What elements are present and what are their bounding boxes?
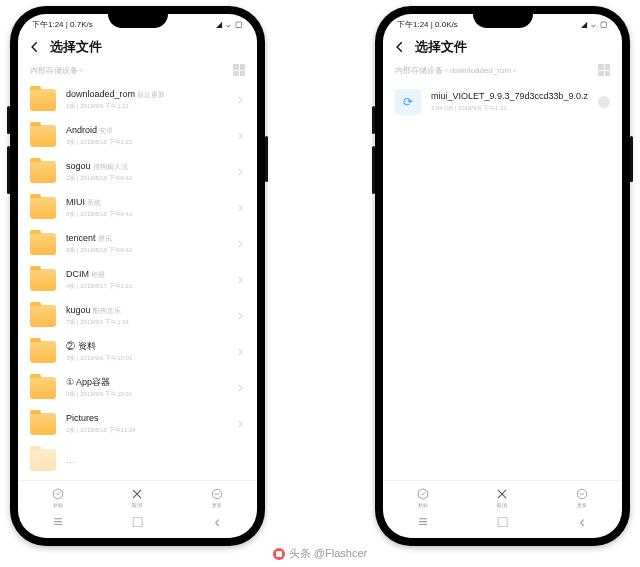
chevron-right-icon bbox=[235, 379, 245, 397]
nav-back[interactable]: ‹ bbox=[209, 514, 225, 530]
folder-icon bbox=[30, 413, 56, 435]
battery-icon: ▢ bbox=[235, 20, 243, 29]
wifi-icon: ⌵ bbox=[226, 20, 231, 29]
breadcrumb-child: downloaded_rom bbox=[450, 66, 511, 75]
list-item[interactable]: … bbox=[30, 442, 245, 478]
paste-button[interactable]: 粘贴 bbox=[51, 487, 65, 508]
folder-name: ② 资料 bbox=[66, 341, 96, 352]
folder-meta: 1项 | 2019/8/18 下午11:24 bbox=[66, 426, 225, 435]
folder-icon bbox=[30, 449, 56, 471]
zip-icon: ⟳ bbox=[395, 89, 421, 115]
folder-icon bbox=[30, 305, 56, 327]
list-item[interactable]: MIUI 系统8项 | 2019/8/18 下午9:42 bbox=[30, 190, 245, 226]
cancel-button[interactable]: 取消 bbox=[130, 487, 144, 508]
file-list: ⟳ miui_VIOLET_9.9.3_79d3ccd33b_9.0.zip 2… bbox=[383, 82, 622, 480]
phone-right: 下午1:24 | 0.0K/s ◢ ⌵ ▢ 选择文件 内部存储设备 › down… bbox=[375, 6, 630, 546]
nav-back[interactable]: ‹ bbox=[574, 514, 590, 530]
folder-icon bbox=[30, 197, 56, 219]
paste-button[interactable]: 粘贴 bbox=[416, 487, 430, 508]
watermark: 头条 @Flashcer bbox=[0, 546, 640, 561]
status-net: 0.0K/s bbox=[435, 20, 458, 29]
battery-icon: ▢ bbox=[600, 20, 608, 29]
list-item[interactable]: DCIM 相册4项 | 2019/8/17 下午1:21 bbox=[30, 262, 245, 298]
folder-name: kugou bbox=[66, 305, 91, 316]
folder-icon bbox=[30, 125, 56, 147]
list-item[interactable]: Android 安卓3项 | 2019/8/18 下午1:22 bbox=[30, 118, 245, 154]
folder-meta: 3项 | 2019/8/18 下午1:22 bbox=[66, 138, 225, 147]
chevron-right-icon: › bbox=[445, 66, 448, 75]
folder-sub: 相册 bbox=[91, 271, 105, 279]
back-icon[interactable] bbox=[393, 40, 407, 54]
notch bbox=[108, 14, 168, 28]
nav-home[interactable]: □ bbox=[129, 514, 145, 530]
status-time: 下午1:24 bbox=[32, 20, 64, 29]
breadcrumb[interactable]: 内部存储设备 › bbox=[30, 65, 83, 76]
chevron-right-icon: › bbox=[80, 66, 83, 75]
notch bbox=[473, 14, 533, 28]
chevron-right-icon bbox=[235, 91, 245, 109]
folder-name: … bbox=[66, 455, 75, 466]
page-title: 选择文件 bbox=[50, 38, 102, 56]
chevron-right-icon bbox=[235, 199, 245, 217]
folder-name: Pictures bbox=[66, 413, 99, 424]
breadcrumb-root: 内部存储设备 bbox=[395, 65, 443, 76]
folder-meta: 2项 | 2019/8/18 下午9:42 bbox=[66, 174, 225, 183]
folder-icon bbox=[30, 377, 56, 399]
folder-meta: 3项 | 2019/8/18 下午9:42 bbox=[66, 246, 225, 255]
bottom-toolbar: 粘贴 取消 更多 bbox=[383, 480, 622, 510]
nav-menu[interactable]: ≡ bbox=[415, 514, 431, 530]
more-button[interactable]: 更多 bbox=[575, 487, 589, 508]
signal-icon: ◢ bbox=[216, 20, 222, 29]
grid-view-icon[interactable] bbox=[598, 64, 610, 76]
list-item[interactable]: Pictures1项 | 2019/8/18 下午11:24 bbox=[30, 406, 245, 442]
radio-unselected[interactable] bbox=[598, 96, 610, 108]
list-item[interactable]: ⟳ miui_VIOLET_9.9.3_79d3ccd33b_9.0.zip 2… bbox=[395, 82, 610, 122]
chevron-right-icon bbox=[235, 415, 245, 433]
list-item[interactable]: downloaded_rom 最近更新1项 | 2019/9/6 下午1:21 bbox=[30, 82, 245, 118]
folder-name: Android bbox=[66, 125, 97, 136]
list-item[interactable]: kugou 酷狗音乐7项 | 2019/9/1 下午1:24 bbox=[30, 298, 245, 334]
folder-sub: 酷狗音乐 bbox=[93, 307, 121, 315]
folder-name: downloaded_rom bbox=[66, 89, 135, 100]
chevron-right-icon bbox=[235, 271, 245, 289]
chevron-right-icon: › bbox=[513, 66, 516, 75]
chevron-right-icon bbox=[235, 127, 245, 145]
list-item[interactable]: sogou 搜狗输入法2项 | 2019/8/18 下午9:42 bbox=[30, 154, 245, 190]
folder-icon bbox=[30, 89, 56, 111]
more-button[interactable]: 更多 bbox=[210, 487, 224, 508]
list-item[interactable]: ② 资料3项 | 2019/9/6 下午10:01 bbox=[30, 334, 245, 370]
page-title: 选择文件 bbox=[415, 38, 467, 56]
nav-menu[interactable]: ≡ bbox=[50, 514, 66, 530]
folder-meta: 3项 | 2019/9/6 下午10:01 bbox=[66, 354, 225, 363]
back-icon[interactable] bbox=[28, 40, 42, 54]
folder-name: sogou bbox=[66, 161, 91, 172]
folder-icon bbox=[30, 233, 56, 255]
list-item[interactable]: ① App容器0项 | 2019/9/6 下午10:01 bbox=[30, 370, 245, 406]
android-navbar: ≡ □ ‹ bbox=[383, 510, 622, 538]
folder-meta: 4项 | 2019/8/17 下午1:21 bbox=[66, 282, 225, 291]
breadcrumb[interactable]: 内部存储设备 › downloaded_rom › bbox=[395, 65, 516, 76]
grid-view-icon[interactable] bbox=[233, 64, 245, 76]
folder-meta: 7项 | 2019/9/1 下午1:24 bbox=[66, 318, 225, 327]
file-meta: 2.04 GB | 2019/9/6 下午1:21 bbox=[431, 104, 588, 113]
wifi-icon: ⌵ bbox=[591, 20, 596, 29]
folder-icon bbox=[30, 341, 56, 363]
signal-icon: ◢ bbox=[581, 20, 587, 29]
folder-meta: 1项 | 2019/9/6 下午1:21 bbox=[66, 102, 225, 111]
folder-sub: 系统 bbox=[87, 199, 101, 207]
bottom-toolbar: 粘贴 取消 更多 bbox=[18, 480, 257, 510]
folder-sub: 腾讯 bbox=[98, 235, 112, 243]
file-name: miui_VIOLET_9.9.3_79d3ccd33b_9.0.zip bbox=[431, 91, 588, 102]
folder-sub: 安卓 bbox=[99, 127, 113, 135]
toutiao-logo-icon bbox=[273, 548, 285, 560]
chevron-right-icon bbox=[235, 163, 245, 181]
folder-list: downloaded_rom 最近更新1项 | 2019/9/6 下午1:21A… bbox=[18, 82, 257, 480]
folder-sub: 搜狗输入法 bbox=[93, 163, 128, 171]
folder-icon bbox=[30, 161, 56, 183]
folder-name: tencent bbox=[66, 233, 96, 244]
nav-home[interactable]: □ bbox=[494, 514, 510, 530]
chevron-right-icon bbox=[235, 343, 245, 361]
cancel-button[interactable]: 取消 bbox=[495, 487, 509, 508]
folder-name: DCIM bbox=[66, 269, 89, 280]
list-item[interactable]: tencent 腾讯3项 | 2019/8/18 下午9:42 bbox=[30, 226, 245, 262]
